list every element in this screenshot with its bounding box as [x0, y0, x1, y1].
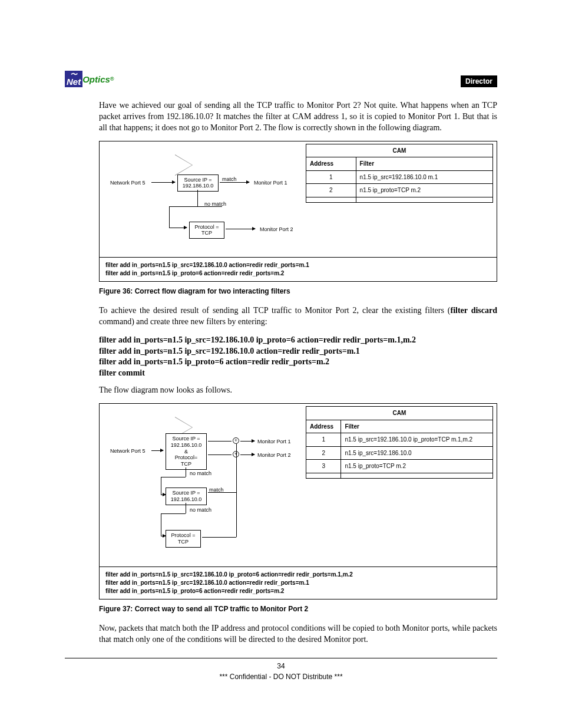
cam-title: CAM: [306, 407, 493, 420]
logo-reg: ®: [110, 76, 114, 82]
figure-37-caption: Figure 37: Correct way to send all TCP t…: [99, 604, 497, 614]
command-block: filter add in_ports=n1.5 ip_src=192.186.…: [99, 335, 497, 380]
logo-optics: Optics: [82, 74, 110, 84]
page-number: 34: [65, 662, 497, 670]
cam-table-36: CAM AddressFilter 1n1.5 ip_src=192.186.1…: [306, 144, 493, 203]
protocol-filter: Protocol = TCP: [166, 530, 201, 548]
cam-h-filter: Filter: [356, 157, 492, 171]
cam-h-filter: Filter: [341, 420, 493, 433]
combo-filter: Source IP = 192.186.10.0 & Protocol= TCP: [166, 433, 207, 470]
paragraph-3: The flow diagram now looks as follows.: [99, 385, 497, 396]
figure-36: Network Port 5 Source IP = 192.186.10.0 …: [99, 141, 497, 282]
plus-icon: +: [233, 437, 239, 444]
figure-37: Network Port 5 Source IP = 192.186.10.0 …: [99, 403, 497, 599]
table-row: 2n1.5 ip_proto=TCP m.2: [306, 184, 493, 197]
brand-logo: 〜NetOptics®: [65, 71, 114, 87]
table-row: 1n1.5 ip_src=192.186.10.0 m.1: [306, 170, 493, 184]
paragraph-intro: Have we achieved our goal of sending all…: [99, 100, 497, 134]
figure-37-commands: filter add in_ports=n1.5 ip_src=192.186.…: [100, 566, 497, 599]
cam-title: CAM: [306, 144, 493, 157]
monitor-port-2: Monitor Port 2: [260, 226, 293, 233]
page-footer: 34 *** Confidential - DO NOT Distribute …: [65, 658, 497, 681]
paragraph-4: Now, packets that match both the IP addr…: [99, 623, 497, 645]
source-ip-filter: Source IP = 192.186.10.0: [177, 174, 219, 192]
table-row: [306, 473, 493, 478]
monitor-port-1: Monitor Port 1: [257, 438, 291, 445]
monitor-port-1: Monitor Port 1: [254, 179, 287, 186]
logo-net: Net: [67, 77, 81, 87]
table-row: 1n1.5 ip_src=192.186.10.0 ip_proto=TCP m…: [306, 433, 493, 447]
figure-36-caption: Figure 36: Correct flow diagram for two …: [99, 286, 497, 296]
no-match-label: no match: [204, 200, 226, 207]
cam-h-addr: Address: [306, 420, 341, 433]
monitor-port-2: Monitor Port 2: [257, 452, 291, 459]
cam-table-37: CAM AddressFilter 1n1.5 ip_src=192.186.1…: [306, 406, 493, 479]
source-ip-filter: Source IP = 192.186.10.0: [166, 487, 207, 505]
document-tag: Director: [461, 75, 497, 87]
cam-h-addr: Address: [306, 157, 356, 171]
table-row: 2n1.5 ip_src=192.186.10.0: [306, 446, 493, 460]
table-row: [306, 197, 493, 202]
figure-36-commands: filter add in_ports=n1.5 ip_src=192.186.…: [100, 257, 497, 281]
no-match-label: no match: [190, 506, 211, 513]
protocol-filter: Protocol = TCP: [189, 222, 224, 239]
network-port-label: Network Port 5: [110, 447, 146, 454]
network-port-label: Network Port 5: [110, 179, 146, 186]
table-row: 3n1.5 ip_proto=TCP m.2: [306, 460, 493, 473]
no-match-label: no match: [190, 470, 211, 477]
paragraph-2: To achieve the desired result of sending…: [99, 305, 497, 328]
confidential-notice: *** Confidential - DO NOT Distribute ***: [65, 673, 497, 681]
